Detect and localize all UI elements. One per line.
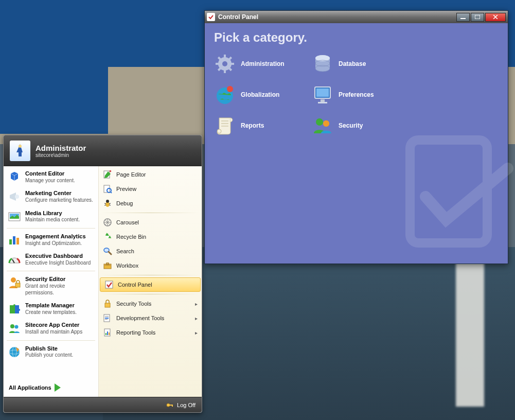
all-applications-button[interactable]: All Applications [4, 378, 98, 397]
picture-icon [8, 210, 21, 223]
control-panel-category[interactable]: Reports [214, 115, 307, 136]
report-icon [103, 328, 112, 337]
start-menu-right-column: Page EditorPreviewDebugCarouselRecycle B… [99, 166, 202, 397]
database-icon [312, 53, 333, 75]
svg-rect-37 [9, 239, 12, 244]
start-menu-header: Administrator sitecore\admin [4, 135, 202, 166]
watermark-checkmark-icon [389, 119, 515, 274]
minimize-button[interactable] [456, 13, 470, 22]
svg-rect-38 [13, 236, 15, 244]
svg-point-19 [227, 86, 233, 92]
start-menu-left-item[interactable]: Content EditorManage your content. [4, 167, 98, 187]
item-desc: Insight and Optimization. [25, 240, 86, 247]
svg-point-34 [15, 195, 19, 199]
start-menu-right-item[interactable]: Debug [99, 196, 202, 211]
key-icon [166, 401, 174, 409]
start-menu-right-item[interactable]: Preview [99, 182, 202, 196]
item-title: Publish Site [25, 345, 73, 353]
start-menu-right-item[interactable]: Reporting Tools▸ [99, 325, 202, 340]
start-menu-left-item[interactable]: Media LibraryMaintain media content. [4, 207, 98, 226]
item-title: Marketing Center [25, 190, 93, 197]
control-panel-category[interactable]: Globalization [214, 84, 307, 106]
item-label: Security Tools [116, 301, 151, 307]
preview-icon [103, 184, 112, 194]
item-desc: Maintain media content. [25, 217, 80, 223]
item-desc: Create new templates. [25, 309, 77, 316]
log-off-button[interactable]: Log Off [166, 401, 196, 409]
start-menu-left-item[interactable]: Executive DashboardExecutive Insight Das… [4, 250, 98, 269]
start-menu-right-item[interactable]: Workbox [99, 258, 202, 273]
close-button[interactable] [485, 13, 506, 22]
start-menu-left-item[interactable]: Security EditorGrant and revoke permissi… [4, 273, 98, 299]
svg-point-41 [11, 277, 16, 283]
wallpaper-tower-reflection [456, 252, 484, 407]
svg-point-24 [217, 129, 221, 133]
category-label: Database [339, 60, 366, 67]
svg-rect-22 [321, 99, 325, 102]
item-label: Page Editor [116, 171, 146, 178]
control-panel-category[interactable]: Administration [214, 53, 307, 75]
start-menu-left-item[interactable]: Publish SitePublish your content. [4, 342, 98, 362]
start-menu-right-item[interactable]: Development Tools▸ [99, 311, 202, 325]
search-icon [103, 247, 112, 256]
recycle-icon [103, 232, 112, 241]
svg-rect-69 [105, 318, 109, 319]
svg-point-30 [323, 120, 329, 127]
item-desc: Grant and revoke permissions. [25, 283, 94, 296]
start-menu-right-item[interactable]: Page Editor [99, 167, 202, 182]
svg-rect-21 [316, 89, 329, 97]
control-panel-body: Pick a category. AdministrationDatabaseG… [205, 23, 508, 264]
svg-point-28 [316, 118, 323, 126]
item-desc: Manage your content. [25, 178, 75, 184]
bullhorn-icon [8, 190, 21, 203]
start-menu-left-item[interactable]: Template ManagerCreate new templates. [4, 299, 98, 319]
start-menu-right-item[interactable]: Search [99, 244, 202, 258]
svg-rect-2 [475, 15, 480, 19]
start-menu: Administrator sitecore\admin Content Edi… [3, 135, 202, 413]
item-desc: Executive Insight Dashboard [25, 260, 91, 267]
control-panel-category[interactable]: Database [312, 53, 404, 75]
chevron-right-icon: ▸ [195, 316, 198, 321]
start-menu-left-item[interactable]: Engagement AnalyticsInsight and Optimiza… [4, 230, 98, 250]
svg-rect-42 [15, 283, 20, 287]
svg-rect-39 [16, 238, 19, 244]
svg-rect-66 [105, 281, 113, 288]
lock-icon [103, 299, 112, 308]
item-desc: Publish your content. [25, 352, 73, 359]
svg-rect-71 [105, 319, 108, 320]
control-panel-category[interactable]: Security [312, 115, 404, 136]
control-panel-window: Control Panel Pick a category. Administr… [204, 10, 508, 264]
control-panel-category[interactable]: Preferences [312, 84, 404, 106]
start-menu-left-item[interactable]: Sitecore App CenterInstall and maintain … [4, 319, 98, 338]
user-domain: sitecore\admin [35, 152, 86, 158]
chevron-right-icon: ▸ [195, 301, 198, 307]
svg-line-62 [109, 252, 111, 254]
svg-rect-12 [216, 63, 220, 65]
all-applications-label: All Applications [9, 384, 51, 391]
page-edit-icon [103, 170, 112, 179]
start-menu-right-item[interactable]: Security Tools▸ [99, 296, 202, 311]
svg-point-60 [106, 236, 109, 238]
item-label: Preview [116, 186, 136, 192]
category-label: Administration [241, 60, 285, 67]
item-desc: Configure marketing features. [25, 197, 93, 204]
start-menu-right-item[interactable]: Carousel [99, 215, 202, 230]
category-label: Globalization [241, 91, 279, 98]
monitor-icon [312, 84, 333, 106]
maximize-button[interactable] [471, 13, 484, 22]
globe-publish-icon [8, 345, 21, 359]
start-menu-right-item[interactable]: Control Panel [100, 277, 201, 292]
svg-rect-75 [109, 332, 110, 335]
svg-line-52 [111, 192, 112, 193]
item-title: Media Library [25, 210, 80, 217]
start-menu-left-item[interactable]: Marketing CenterConfigure marketing feat… [4, 187, 98, 206]
svg-point-54 [106, 200, 109, 203]
window-titlebar[interactable]: Control Panel [205, 11, 508, 23]
svg-point-32 [19, 145, 22, 148]
item-label: Workbox [116, 262, 138, 269]
svg-rect-6 [224, 55, 226, 59]
start-menu-right-item[interactable]: Recycle Bin [99, 230, 202, 244]
svg-rect-3 [410, 140, 487, 243]
svg-rect-74 [107, 331, 108, 335]
svg-point-5 [222, 61, 227, 66]
